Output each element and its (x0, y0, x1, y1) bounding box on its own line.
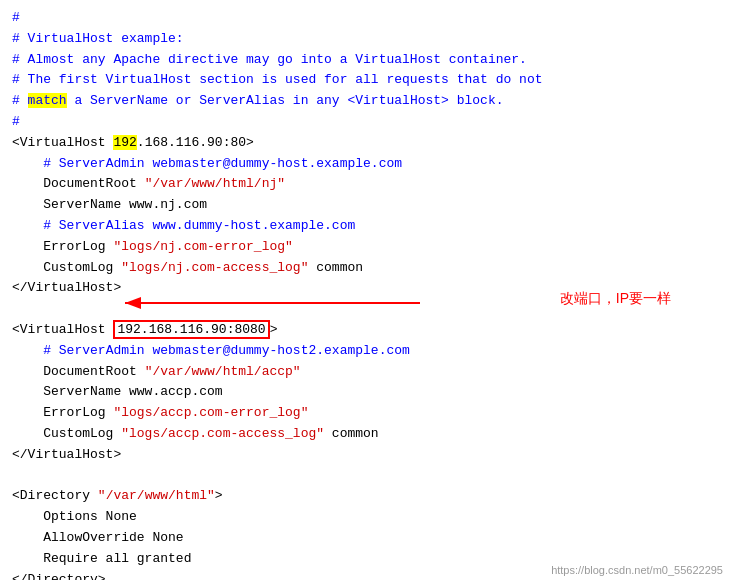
code-line: ErrorLog "logs/accp.com-error_log" (12, 403, 719, 424)
code-line: # VirtualHost example: (12, 29, 719, 50)
code-line: # (12, 8, 719, 29)
code-line: Options None (12, 507, 719, 528)
code-line: # (12, 112, 719, 133)
watermark: https://blog.csdn.net/m0_55622295 (551, 564, 723, 576)
string-value: "logs/nj.com-error_log" (113, 239, 292, 254)
string-value: "/var/www/html/nj" (145, 176, 285, 191)
code-line: # ServerAlias www.dummy-host.example.com (12, 216, 719, 237)
string-value: "logs/accp.com-access_log" (121, 426, 324, 441)
code-line: ServerName www.accp.com (12, 382, 719, 403)
virtualhost2-open-line: <VirtualHost 192.168.116.90:8080> (12, 320, 719, 341)
code-line: CustomLog "logs/accp.com-access_log" com… (12, 424, 719, 445)
string-value: "/var/www/html/accp" (145, 364, 301, 379)
comment-text: # ServerAlias www.dummy-host.example.com (43, 218, 355, 233)
code-line: ServerName www.nj.com (12, 195, 719, 216)
string-value: "logs/accp.com-error_log" (113, 405, 308, 420)
comment-text: # The first VirtualHost section is used … (12, 72, 543, 87)
annotation-text: 改端口，IP要一样 (560, 290, 671, 308)
code-line: DocumentRoot "/var/www/html/nj" (12, 174, 719, 195)
comment-text: # Almost any Apache directive may go int… (12, 52, 527, 67)
code-line: # The first VirtualHost section is used … (12, 70, 719, 91)
code-line: CustomLog "logs/nj.com-access_log" commo… (12, 258, 719, 279)
comment-text: # match a ServerName or ServerAlias in a… (12, 93, 504, 108)
directory-open-line: <Directory "/var/www/html"> (12, 486, 719, 507)
code-line: # ServerAdmin webmaster@dummy-host2.exam… (12, 341, 719, 362)
comment-text: # (12, 114, 20, 129)
comment-text: # ServerAdmin webmaster@dummy-host.examp… (43, 156, 402, 171)
empty-line (12, 466, 719, 487)
comment-text: # (12, 10, 28, 25)
annotation-arrow (115, 283, 425, 323)
virtualhost1-open-line: <VirtualHost 192.168.116.90:80> (12, 133, 719, 154)
code-line: # Almost any Apache directive may go int… (12, 50, 719, 71)
virtualhost2-close-line: </VirtualHost> (12, 445, 719, 466)
code-line: AllowOverride None (12, 528, 719, 549)
code-line: ErrorLog "logs/nj.com-error_log" (12, 237, 719, 258)
ip-highlight-1: 192 (113, 135, 136, 150)
string-value: "/var/www/html" (98, 488, 215, 503)
code-line: DocumentRoot "/var/www/html/accp" (12, 362, 719, 383)
code-line: # match a ServerName or ServerAlias in a… (12, 91, 719, 112)
comment-text: # VirtualHost example: (12, 31, 184, 46)
code-line: # ServerAdmin webmaster@dummy-host.examp… (12, 154, 719, 175)
string-value: "logs/nj.com-access_log" (121, 260, 308, 275)
comment-text: # ServerAdmin webmaster@dummy-host2.exam… (43, 343, 410, 358)
